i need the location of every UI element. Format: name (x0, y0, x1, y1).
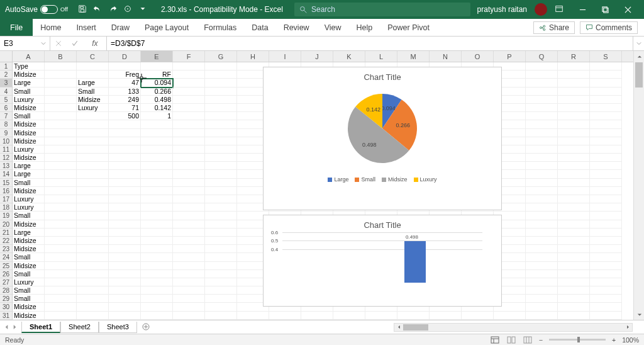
scroll-left-icon[interactable] (394, 324, 403, 331)
cell[interactable] (45, 104, 77, 112)
cell[interactable] (45, 88, 77, 96)
cell[interactable] (77, 312, 109, 320)
cell[interactable] (141, 253, 173, 261)
column-header[interactable]: S (590, 51, 622, 62)
cell[interactable] (558, 112, 590, 120)
cell[interactable] (365, 312, 397, 320)
cell[interactable] (430, 312, 462, 320)
row-header[interactable]: 13 (0, 162, 12, 170)
cell[interactable] (558, 245, 590, 253)
cell[interactable] (141, 229, 173, 237)
cell[interactable] (205, 278, 237, 286)
cell[interactable] (173, 137, 205, 145)
cell[interactable] (205, 203, 237, 212)
row-header[interactable]: 26 (0, 270, 12, 278)
cell[interactable] (77, 295, 109, 303)
cell[interactable] (141, 237, 173, 245)
cell[interactable]: Midsize (13, 245, 45, 253)
page-layout-view-icon[interactable] (506, 336, 516, 344)
maximize-button[interactable] (594, 0, 616, 19)
cell[interactable] (109, 229, 141, 237)
row-header[interactable]: 31 (0, 312, 12, 320)
cell[interactable]: Midsize (13, 312, 45, 320)
column-header[interactable]: K (333, 51, 365, 62)
cell[interactable] (109, 62, 141, 71)
autosave-toggle[interactable]: AutoSave Off (0, 5, 73, 14)
cell[interactable] (45, 286, 77, 295)
cell[interactable] (526, 262, 558, 270)
cell[interactable]: Luxury (13, 96, 45, 104)
cell[interactable] (173, 237, 205, 245)
cell[interactable]: Small (13, 253, 45, 261)
cell[interactable] (526, 220, 558, 229)
cell[interactable] (526, 286, 558, 295)
cell[interactable] (109, 286, 141, 295)
cell[interactable] (77, 145, 109, 154)
cell[interactable] (77, 170, 109, 178)
cell[interactable] (590, 120, 622, 128)
cell[interactable]: 71 (109, 104, 141, 112)
cell[interactable] (173, 104, 205, 112)
cell[interactable] (173, 88, 205, 96)
cell[interactable] (109, 237, 141, 245)
row-header[interactable]: 8 (0, 120, 12, 128)
cell[interactable] (109, 145, 141, 154)
cell[interactable] (205, 129, 237, 137)
cell[interactable] (205, 253, 237, 261)
cell[interactable] (526, 162, 558, 170)
cancel-icon[interactable] (55, 40, 62, 47)
cell[interactable] (141, 62, 173, 71)
cell[interactable] (462, 312, 494, 320)
cell[interactable]: 0.142 (141, 104, 173, 112)
redo-icon[interactable] (108, 4, 117, 15)
cell[interactable] (205, 220, 237, 229)
cell[interactable] (141, 286, 173, 295)
ribbon-tab-review[interactable]: Review (276, 19, 317, 36)
scroll-up-icon[interactable] (634, 51, 644, 62)
cell[interactable] (141, 129, 173, 137)
cell[interactable] (526, 179, 558, 187)
cell[interactable] (141, 170, 173, 178)
close-button[interactable] (616, 0, 639, 19)
cell[interactable] (173, 71, 205, 79)
cell[interactable] (141, 187, 173, 195)
row-header[interactable]: 25 (0, 262, 12, 270)
cell[interactable]: Large (13, 170, 45, 178)
cell[interactable] (109, 212, 141, 220)
cell[interactable]: RF (141, 71, 173, 79)
cell[interactable] (141, 154, 173, 162)
cell[interactable]: Midsize (13, 154, 45, 162)
row-header[interactable]: 21 (0, 229, 12, 237)
cell[interactable] (173, 253, 205, 261)
cell[interactable] (590, 145, 622, 154)
cell[interactable] (558, 120, 590, 128)
cell[interactable] (558, 203, 590, 212)
cell[interactable] (526, 112, 558, 120)
cell[interactable] (205, 303, 237, 311)
ribbon-tab-home[interactable]: Home (33, 19, 69, 36)
cell[interactable] (590, 154, 622, 162)
cell[interactable] (205, 245, 237, 253)
cell[interactable] (590, 237, 622, 245)
cell[interactable] (590, 286, 622, 295)
cell[interactable]: Small (13, 295, 45, 303)
cell[interactable]: Freq (109, 71, 141, 79)
row-header[interactable]: 5 (0, 96, 12, 104)
cell[interactable] (109, 179, 141, 187)
cell[interactable]: Luxury (13, 278, 45, 286)
cell[interactable] (526, 137, 558, 145)
cell[interactable] (205, 262, 237, 270)
column-header[interactable]: A (13, 51, 45, 62)
cell[interactable] (205, 179, 237, 187)
cell[interactable] (77, 179, 109, 187)
cell[interactable] (173, 195, 205, 203)
cell[interactable] (77, 262, 109, 270)
cell[interactable] (590, 88, 622, 96)
touch-icon[interactable] (123, 4, 132, 15)
cell[interactable] (109, 262, 141, 270)
cell[interactable] (205, 79, 237, 87)
expand-formula-bar[interactable] (633, 37, 644, 50)
cell[interactable] (77, 62, 109, 71)
cell[interactable] (494, 312, 526, 320)
cell[interactable] (109, 220, 141, 229)
